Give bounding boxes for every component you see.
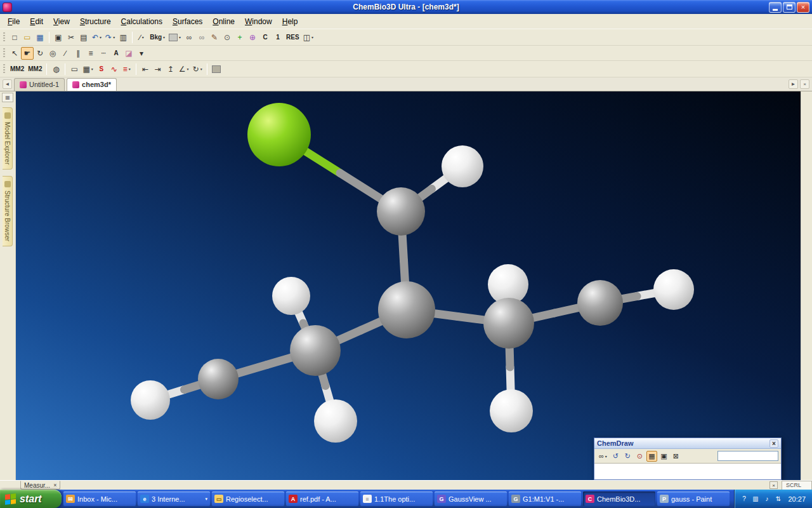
eraser-tool-button[interactable]: ◪ [122, 47, 135, 60]
menu-online[interactable]: Online [207, 15, 240, 28]
measurement-marks-button[interactable]: ▭ [68, 63, 81, 76]
menu-window[interactable]: Window [240, 15, 277, 28]
atom-H[interactable] [442, 145, 483, 187]
molecule-canvas[interactable] [16, 91, 801, 480]
measurements-close-icon[interactable]: × [53, 482, 56, 488]
chemdraw-copy-button[interactable]: ▣ [658, 451, 669, 462]
atom-H[interactable] [314, 399, 357, 443]
start-button[interactable]: start [0, 490, 62, 508]
chemdraw-grid-button[interactable]: ▦ [646, 451, 657, 462]
chemdraw-close-button[interactable]: × [769, 439, 778, 448]
taskbar-button-acrobat[interactable]: Aref.pdf - A... [286, 491, 358, 506]
atom-C[interactable] [377, 187, 425, 236]
hide-hydrogens-button[interactable]: ◍ [49, 63, 62, 76]
tabstrip-close-button[interactable]: × [800, 79, 809, 89]
volume-tray-icon[interactable]: ♪ [763, 495, 771, 502]
chemdraw-titlebar[interactable]: ChemDraw × [594, 438, 781, 449]
model-viewport[interactable]: ChemDraw × ∞▾↺↻⊙▦▣⊠ [16, 91, 801, 480]
background-color-button[interactable]: ▾ [167, 31, 183, 44]
paste-button[interactable]: ▤ [77, 31, 90, 44]
display-tray-icon[interactable]: ▥ [751, 495, 759, 502]
copy-button[interactable]: ▣ [52, 31, 65, 44]
taskbar-button-internet-explorer[interactable]: e3 Interne...▾ [138, 491, 210, 506]
serial-number-button[interactable]: 1 [272, 31, 284, 44]
atom-C[interactable] [290, 325, 341, 376]
chemdraw-redo-button[interactable]: ↻ [622, 451, 633, 462]
atom-Cl[interactable] [247, 103, 311, 166]
rotate-left-button[interactable]: ⇤ [139, 63, 152, 76]
bond-tool-button[interactable]: ∕▾ [135, 31, 148, 44]
mm2-dynamics-button[interactable]: MM2 [26, 63, 44, 76]
probe-button[interactable]: ⊙ [221, 31, 233, 44]
chemdraw-rotate-button[interactable]: ⊙ [634, 451, 645, 462]
measurement-table-button[interactable]: ▦▾ [81, 63, 95, 76]
center-view-button[interactable]: + [233, 31, 246, 44]
atom-C[interactable] [483, 298, 534, 349]
pan-tool-button[interactable]: ☛ [21, 47, 34, 60]
chemdraw-undo-button[interactable]: ↺ [610, 451, 621, 462]
new-document-button[interactable]: □ [8, 31, 21, 44]
mm2-minimize-energy-button[interactable]: MM2 [8, 63, 26, 76]
network-tray-icon[interactable]: ⇅ [774, 495, 782, 502]
chemdraw-name-field[interactable] [717, 451, 778, 461]
spin-model-button[interactable]: S [95, 63, 108, 76]
single-bond-tool[interactable]: ∕ [59, 47, 72, 60]
undo-button[interactable]: ↶▾ [90, 31, 103, 44]
menu-surfaces[interactable]: Surfaces [167, 15, 207, 28]
measurements-tab[interactable]: Measur... × [20, 481, 60, 490]
side-tab-model-explorer[interactable]: Model Explorer [3, 107, 13, 170]
rotation-angle-button[interactable]: ∠▾ [177, 63, 191, 76]
stereo-glasses-button[interactable]: ∞ [183, 31, 195, 44]
tab-scroll-right-button[interactable]: ► [789, 79, 798, 89]
atom-C[interactable] [378, 281, 435, 338]
orbit-tool-button[interactable]: ↻ [34, 47, 46, 60]
restore-button[interactable] [783, 2, 796, 13]
close-button[interactable]: × [797, 2, 809, 13]
taskbar-button-folder[interactable]: ▭Regioselect... [212, 491, 284, 506]
stereo-pair-button[interactable]: ∞ [195, 31, 208, 44]
fragment-color-swatch[interactable] [210, 63, 223, 76]
menu-structure[interactable]: Structure [75, 15, 116, 28]
taskbar-button-chembio3d[interactable]: CChemBio3D... [583, 491, 655, 506]
menu-help[interactable]: Help [277, 15, 303, 28]
rotate-up-button[interactable]: ↥ [164, 63, 177, 76]
dashed-bond-tool[interactable]: ┄ [97, 47, 110, 60]
select-tool-button[interactable]: ↖ [8, 47, 21, 60]
document-tab-chem3d-[interactable]: chem3d* [67, 78, 117, 91]
taskbar-button-paint[interactable]: Pgauss - Paint [657, 491, 730, 506]
free-rotation-button[interactable]: ↻▾ [191, 63, 204, 76]
menu-view[interactable]: View [48, 15, 75, 28]
dock-close-button[interactable]: × [769, 481, 778, 489]
dock-grid-icon[interactable]: ▦ [2, 93, 13, 102]
redo-button[interactable]: ↷▾ [103, 31, 117, 44]
oscillate-button[interactable]: ∿ [108, 63, 121, 76]
residue-button[interactable]: RES [284, 31, 301, 44]
atom-C[interactable] [577, 280, 623, 326]
zoom-tool-button[interactable]: ◎ [46, 47, 59, 60]
print-button[interactable]: ▥ [117, 31, 129, 44]
taskbar-button-gaussian[interactable]: GG1:M1:V1 -... [509, 491, 581, 506]
chemdraw-canvas[interactable] [594, 463, 781, 479]
open-button[interactable]: ▭ [21, 31, 34, 44]
triple-bond-tool[interactable]: ≡ [84, 47, 97, 60]
document-tab-untitled-1[interactable]: Untitled-1 [14, 78, 65, 91]
atom-H[interactable] [653, 269, 694, 310]
chemdraw-lock-button[interactable]: ⊠ [671, 451, 681, 462]
menu-calculations[interactable]: Calculations [116, 15, 167, 28]
element-c-button[interactable]: C [259, 31, 272, 44]
tab-scroll-left-button[interactable]: ◄ [3, 79, 12, 89]
taskbar-button-document[interactable]: ≡1.1The opti... [360, 491, 433, 506]
menu-file[interactable]: File [3, 15, 25, 28]
atom-H[interactable] [490, 389, 533, 432]
trajectory-button[interactable]: ≡▾ [121, 63, 133, 76]
taskbar-button-gaussview[interactable]: GGaussView ... [435, 491, 507, 506]
save-button[interactable]: ▦ [34, 31, 46, 44]
help-tray-icon[interactable]: ? [740, 495, 748, 502]
display-mode-button[interactable]: ◫▾ [301, 31, 315, 44]
taskbar-button-outlook[interactable]: ✉Inbox - Mic... [63, 491, 136, 506]
text-tool-button[interactable]: A [110, 47, 122, 60]
minimize-button[interactable] [769, 2, 782, 13]
pencil-button[interactable]: ✎ [208, 31, 221, 44]
side-tab-structure-browser[interactable]: Structure Browser [3, 176, 13, 246]
double-bond-tool[interactable]: ∥ [72, 47, 84, 60]
